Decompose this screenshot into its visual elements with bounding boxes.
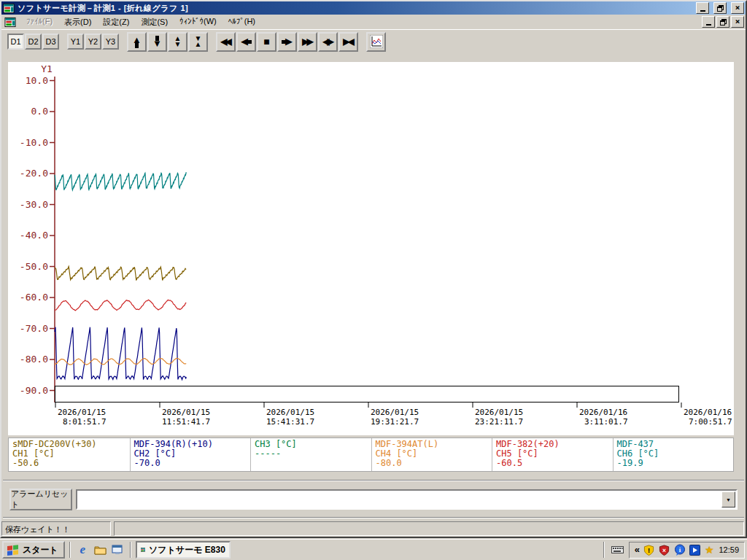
channel-value: ----- [255,449,371,459]
expand-vertical-button[interactable]: ▲▼ [168,32,187,52]
step-back-button[interactable]: ◀ [236,32,256,52]
x-tick-date: 2026/01/16 [579,408,627,417]
favorites-star-icon[interactable]: ★ [705,545,714,555]
expand-horizontal-icon: ◀▶ [324,37,331,46]
toolbar-transport-group: ◀◀◀■▶▶▶◀▶▶◀ [216,32,358,52]
taskbar-separator [603,542,605,558]
x-tick-date: 2026/01/15 [58,408,106,417]
alarm-combo-dropdown-button[interactable]: ▼ [721,491,735,508]
alarm-combo-value[interactable] [77,491,721,508]
menu-bar: ﾌｧｲﾙ(F)表示(D)設定(Z)測定(S)ｳｨﾝﾄﾞｳ(W)ﾍﾙﾌﾟ(H) × [1,15,746,29]
y-tick-label: -10.0 [20,137,48,148]
mdi-close-button[interactable]: × [731,16,744,28]
series-ch4 [55,358,186,365]
channel-value: -60.5 [496,459,613,468]
divider [3,480,744,481]
legend-cell-ch5: MDF-382(+20)CH5 [°C]-60.5 [492,438,613,471]
menu-config[interactable]: 設定(Z) [97,15,135,30]
x-tick-time: 8:01:51.7 [63,417,107,427]
scroll-down-button[interactable]: ▼ [147,32,167,52]
jump-to-start-button[interactable]: ◀◀ [216,32,236,52]
jump-to-end-button[interactable]: ▶▶ [298,32,317,52]
y-tick-label: 10.0 [26,75,48,86]
step-forward-button[interactable]: ▶ [277,32,297,52]
mdi-minimize-icon [706,24,711,26]
svg-text:×: × [662,546,666,553]
menu-help[interactable]: ﾍﾙﾌﾟ(H) [222,15,261,30]
x-tick-date: 2026/01/15 [371,408,419,417]
internet-explorer-icon[interactable]: e [75,542,90,558]
menu-view[interactable]: 表示(D) [58,15,97,30]
divider [3,517,744,518]
taskbar-app-button[interactable]: ソフトサーモ E830 [136,541,231,559]
compress-horizontal-button[interactable]: ▶◀ [338,32,358,52]
stop-button[interactable]: ■ [257,32,276,52]
taskbar-app-label: ソフトサーモ E830 [149,544,225,556]
axis-y2-button[interactable]: Y2 [85,34,101,50]
menu-window[interactable]: ｳｨﾝﾄﾞｳ(W) [174,15,222,30]
alarm-reset-button[interactable]: アラームリセット [9,489,72,510]
scroll-up-button[interactable]: ▲ [127,32,147,52]
x-tick-time: 11:51:41.7 [162,417,210,427]
tray-clock: 12:59 [717,545,739,554]
info-balloon-icon[interactable]: i [674,544,686,556]
alarm-reset-label: アラームリセット [11,489,71,510]
windows-logo-icon [7,544,20,556]
show-desktop-icon[interactable] [110,542,125,558]
x-tick-time: 15:41:31.7 [266,417,314,427]
status-bar: 保存ウェイト！！ [1,519,746,537]
start-label: スタート [23,544,58,556]
data-d1-button[interactable]: D1 [7,34,24,50]
x-tick-time: 3:11:01.7 [584,417,628,427]
channel-value: -80.0 [376,459,492,468]
series-ch1 [55,266,186,280]
mdi-window-controls: × [700,16,744,28]
scroll-down-icon: ▼ [152,39,162,48]
legend-cell-ch3: CH3 [°C]----- [250,438,371,471]
mdi-restore-button[interactable] [716,16,729,28]
menu-measure[interactable]: 測定(S) [135,15,174,30]
legend-cell-ch1: sMDF-DC200V(+30)CH1 [°C]-50.6 [9,438,130,471]
media-play-icon[interactable] [689,544,701,556]
minimize-icon [700,10,705,12]
toolbar-nav-group: ▲▼▲▼▼▲ [127,32,208,52]
restore-button[interactable] [713,2,727,14]
toolbar-data-group: D1D2D3 [7,34,59,50]
axis-y3-button[interactable]: Y3 [102,34,119,50]
x-tick-time: 23:21:11.7 [475,417,523,427]
system-tray: « ! × i [601,542,745,559]
graph-settings-button[interactable] [366,32,386,52]
close-icon: × [735,4,740,12]
legend-cell-ch6: MDF-437CH6 [°C]-19.9 [613,438,734,471]
close-button[interactable]: × [731,2,744,14]
axis-y1-button[interactable]: Y1 [67,34,84,50]
series-ch5 [55,300,186,311]
security-alert-shield-icon[interactable]: × [659,544,670,556]
menu-file[interactable]: ﾌｧｲﾙ(F) [20,15,58,30]
expand-horizontal-button[interactable]: ◀▶ [318,32,338,52]
tray-collapse-chevron-icon[interactable]: « [635,545,640,554]
channel-value: -19.9 [617,459,734,468]
svg-text:!: ! [648,546,650,553]
folder-icon[interactable] [93,542,108,558]
minimize-button[interactable] [696,2,709,14]
start-button[interactable]: スタート [2,541,65,559]
menu-items: ﾌｧｲﾙ(F)表示(D)設定(Z)測定(S)ｳｨﾝﾄﾞｳ(W)ﾍﾙﾌﾟ(H) [20,15,261,30]
compress-vertical-button[interactable]: ▼▲ [188,32,208,52]
security-warning-shield-icon[interactable]: ! [643,544,655,556]
taskbar: スタート e ソフトサーモ E830 [0,539,747,560]
data-d2-button[interactable]: D2 [25,34,42,50]
y-axis-label: Y1 [41,63,53,74]
restore-icon [717,5,724,12]
keyboard-layout-icon[interactable] [609,542,627,557]
channel-legend: sMDF-DC200V(+30)CH1 [°C]-50.6MDF-394(R)(… [8,438,734,472]
mdi-close-icon: × [735,18,740,26]
jump-to-end-icon: ▶▶ [303,37,311,46]
data-d3-button[interactable]: D3 [42,34,59,50]
mdi-minimize-button[interactable] [702,16,715,28]
x-tick-time: 7:00:51.7 [689,417,732,427]
window-title: ソフトサーモ計測－計測1 - [折れ線グラフ 1] [18,3,692,14]
x-tick-time: 19:31:21.7 [371,417,419,427]
jump-to-start-icon: ◀◀ [222,37,229,46]
alarm-combobox[interactable]: ▼ [76,489,738,510]
